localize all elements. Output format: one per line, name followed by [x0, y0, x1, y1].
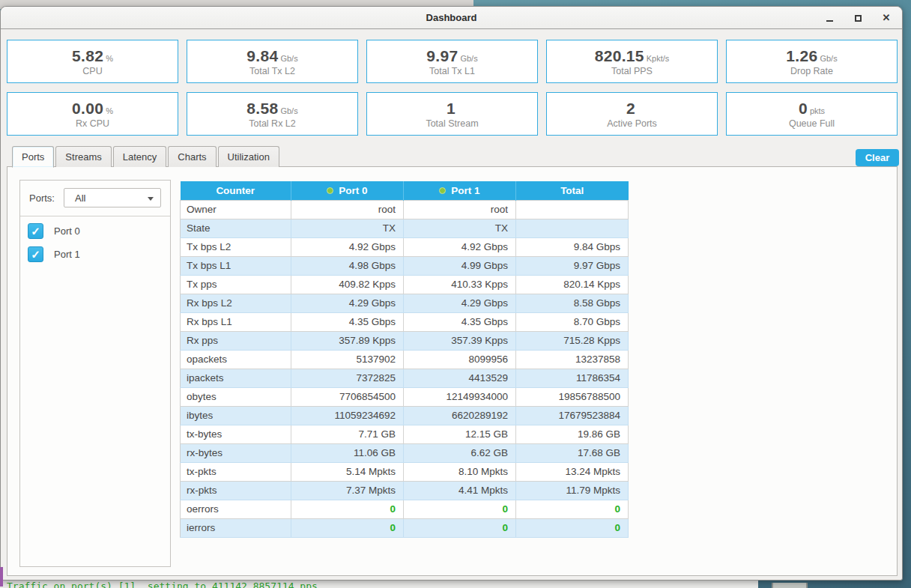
stat-label: Total Tx L1 — [429, 66, 475, 76]
checkbox-icon[interactable] — [28, 223, 43, 239]
stat-card: 5.82 % CPU — [7, 40, 178, 83]
dashboard-window: Dashboard ✕ 5.82 % CPU 9.84 Gb/s Total T — [0, 6, 903, 581]
minimize-icon[interactable] — [824, 13, 835, 23]
counter-name: rx-pkts — [181, 481, 291, 500]
table-row: Rx pps 357.89 Kpps 357.39 Kpps 715.28 Kp… — [181, 331, 629, 350]
port0-value: 7.71 GB — [291, 425, 404, 443]
table-row: tx-bytes 7.71 GB 12.15 GB 19.86 GB — [181, 425, 629, 443]
total-value: 9.97 Gbps — [516, 256, 629, 275]
port1-value: 357.39 Kpps — [404, 331, 516, 350]
ports-filter-label: Ports: — [29, 193, 55, 204]
desktop-fragment — [772, 583, 808, 588]
stat-value-row: 5.82 % — [72, 47, 113, 65]
stat-card: 1.26 Gb/s Drop Rate — [726, 40, 898, 83]
stat-unit: Kpkt/s — [647, 54, 670, 63]
port1-value: 6620289192 — [404, 406, 516, 425]
window-title: Dashboard — [426, 12, 477, 23]
header-total: Total — [516, 181, 629, 200]
port-checkbox-label: Port 1 — [54, 249, 80, 260]
stat-card: 820.15 Kpkt/s Total PPS — [546, 40, 718, 83]
stat-value: 8.58 — [246, 100, 278, 118]
port1-value: 0 — [404, 500, 516, 518]
port1-value: 4.29 Gbps — [404, 294, 516, 312]
stat-value: 820.15 — [595, 47, 644, 65]
stat-value-row: 0.00 % — [72, 100, 113, 118]
total-value — [516, 200, 629, 219]
port1-value: 12.15 GB — [404, 425, 516, 443]
table-row: Tx bps L1 4.98 Gbps 4.99 Gbps 9.97 Gbps — [181, 256, 629, 275]
port1-value: root — [404, 200, 516, 219]
port0-value: 0 — [291, 500, 404, 518]
port-checkbox-row[interactable]: Port 0 — [20, 219, 170, 243]
counter-name: obytes — [181, 387, 291, 406]
port-checkbox-row[interactable]: Port 1 — [20, 243, 170, 266]
port1-value: 4.92 Gbps — [404, 237, 516, 256]
chevron-down-icon — [148, 197, 154, 201]
sidebar-divider — [20, 216, 170, 216]
counters-table: Counter Port 0 Port 1 Total Owner root r… — [180, 181, 629, 538]
total-value: 715.28 Kpps — [516, 331, 629, 350]
stat-value: 0 — [799, 100, 808, 118]
table-row: Rx bps L1 4.35 Gbps 4.35 Gbps 8.70 Gbps — [181, 312, 629, 331]
close-icon[interactable]: ✕ — [881, 13, 892, 23]
stat-value-row: 820.15 Kpkt/s — [595, 47, 670, 65]
counter-name: Rx pps — [181, 331, 291, 350]
stat-unit: Gb/s — [280, 54, 297, 63]
table-row: Owner root root — [181, 200, 629, 219]
port1-value: 4413529 — [404, 369, 516, 387]
ports-filter-select[interactable]: All — [64, 188, 161, 207]
port1-value: 4.99 Gbps — [404, 256, 516, 275]
stat-value-row: 2 — [626, 100, 638, 118]
clear-button[interactable]: Clear — [856, 149, 899, 166]
port0-value: 7.37 Mpkts — [291, 481, 404, 500]
port0-value: 0 — [291, 518, 404, 537]
stat-value: 1 — [447, 100, 456, 118]
stat-unit: pkts — [810, 106, 825, 115]
total-value: 17.68 GB — [516, 443, 629, 462]
stat-cards: 5.82 % CPU 9.84 Gb/s Total Tx L2 9.97 Gb… — [7, 40, 898, 136]
tab-bar: Ports Streams Latency Charts Utilization — [12, 145, 279, 167]
table-row: Tx bps L2 4.92 Gbps 4.92 Gbps 9.84 Gbps — [181, 237, 629, 256]
stat-value: 9.97 — [426, 47, 458, 65]
header-port0: Port 0 — [291, 181, 404, 200]
table-row: Rx bps L2 4.29 Gbps 4.29 Gbps 8.58 Gbps — [181, 294, 629, 312]
counter-name: ierrors — [181, 518, 291, 537]
total-value: 8.58 Gbps — [516, 294, 629, 312]
port0-value: 5137902 — [291, 350, 404, 369]
tab[interactable]: Utilization — [218, 146, 279, 167]
tab[interactable]: Ports — [12, 146, 54, 168]
counter-name: Owner — [181, 200, 291, 219]
stat-value-row: 1 — [447, 100, 458, 118]
stat-unit: Gb/s — [460, 54, 477, 63]
terminal-strip: Traffic on port(s) [1], setting to 41114… — [0, 580, 758, 588]
stat-label: Drop Rate — [790, 66, 833, 76]
background-artifact — [0, 567, 3, 587]
titlebar[interactable]: Dashboard ✕ — [1, 7, 902, 29]
stat-card: 9.84 Gb/s Total Tx L2 — [187, 40, 358, 83]
port0-value: root — [291, 200, 404, 219]
tab[interactable]: Charts — [168, 146, 216, 167]
port1-value: 8.10 Mpkts — [404, 462, 516, 481]
checkbox-icon[interactable] — [28, 246, 43, 262]
stat-value-row: 1.26 Gb/s — [786, 47, 837, 65]
port0-value: 7706854500 — [291, 387, 404, 406]
total-value: 13237858 — [516, 350, 629, 369]
table-row: ipackets 7372825 4413529 11786354 — [181, 369, 629, 387]
tab[interactable]: Streams — [55, 146, 111, 167]
stat-value-row: 9.84 Gb/s — [246, 47, 297, 65]
terminal-status-text: Traffic on port(s) [1], setting to 41114… — [7, 581, 318, 588]
stat-card: 1 Total Stream — [366, 92, 538, 136]
total-value: 19856788500 — [516, 387, 629, 406]
port0-value: TX — [291, 219, 404, 237]
table-row: rx-bytes 11.06 GB 6.62 GB 17.68 GB — [181, 443, 629, 462]
maximize-icon[interactable] — [853, 13, 863, 23]
stat-value: 1.26 — [786, 47, 817, 65]
header-counter: Counter — [181, 181, 291, 200]
stat-value: 5.82 — [72, 47, 103, 65]
total-value: 820.14 Kpps — [516, 275, 629, 294]
tab[interactable]: Latency — [113, 146, 167, 167]
total-value: 0 — [516, 500, 629, 518]
ports-panel: Ports: All Port 0 Port 1 — [7, 166, 898, 576]
table-row: oerrors 0 0 0 — [181, 500, 629, 518]
port1-value: 4.41 Mpkts — [404, 481, 516, 500]
